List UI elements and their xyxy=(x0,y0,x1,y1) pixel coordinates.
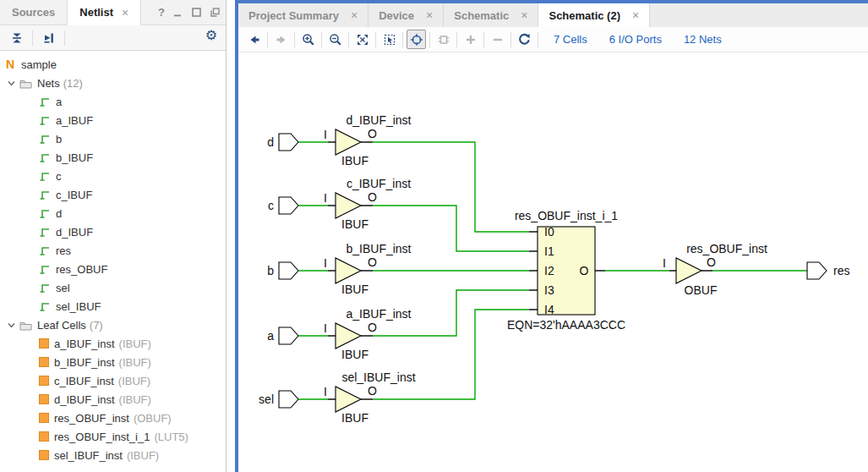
ibuf-triangle[interactable] xyxy=(336,129,361,155)
net-label: c_IBUF xyxy=(56,189,92,201)
back-button[interactable] xyxy=(244,30,264,49)
tree-item-cell-c-ibuf-inst[interactable]: c_IBUF_inst(IBUF) xyxy=(0,371,226,390)
net-icon xyxy=(39,300,51,312)
tree-item-net-sel[interactable]: sel xyxy=(0,278,226,297)
pin-out-label: O xyxy=(368,384,377,398)
tree-item-cell-res-obuf-inst[interactable]: res_OBUF_inst(OBUF) xyxy=(0,409,226,427)
cell-type-label: IBUF xyxy=(341,283,368,296)
ibuf-triangle[interactable] xyxy=(336,258,361,283)
tab-schematic[interactable]: Schematic × xyxy=(444,3,538,27)
close-icon[interactable]: × xyxy=(122,6,128,19)
expand-cone-button[interactable] xyxy=(461,30,480,49)
tree-item-net-b-ibuf[interactable]: b_IBUF xyxy=(0,148,226,167)
close-icon[interactable]: × xyxy=(521,8,527,22)
forward-button[interactable] xyxy=(271,30,291,49)
obuf-triangle[interactable] xyxy=(676,258,701,283)
close-icon[interactable]: × xyxy=(632,8,639,22)
tab-netlist[interactable]: Netlist × xyxy=(67,0,141,25)
tree-item-net-d-ibuf[interactable]: d_IBUF xyxy=(0,222,226,241)
input-port-symbol[interactable] xyxy=(279,197,298,214)
toolbar-separator xyxy=(429,32,430,47)
input-port-symbol[interactable] xyxy=(279,327,298,344)
schematic-drawing[interactable]: d I O d_IBUF_inst IBUF c xyxy=(238,52,868,472)
instance-label: c_IBUF_inst xyxy=(347,177,411,190)
settings-gear-icon[interactable]: ⚙ xyxy=(205,29,217,42)
net-icon xyxy=(39,114,51,126)
tree-item-cell-d-ibuf-inst[interactable]: d_IBUF_inst(IBUF) xyxy=(0,390,226,409)
ibuf-triangle[interactable] xyxy=(336,193,361,218)
tree-group-leaf-cells[interactable]: Leaf Cells (7) xyxy=(0,316,226,334)
chevron-down-icon[interactable] xyxy=(7,79,16,88)
maximize-icon[interactable] xyxy=(191,7,202,18)
lut-pin-label: I1 xyxy=(544,244,554,258)
ibuf-triangle[interactable] xyxy=(336,323,361,349)
zoom-out-button[interactable] xyxy=(325,30,345,49)
ibuf-triangle[interactable] xyxy=(336,387,361,412)
wire-sel-ibuf[interactable] xyxy=(373,310,529,399)
tab-schematic-2[interactable]: Schematic (2) × xyxy=(538,3,650,27)
zoom-fit-button[interactable] xyxy=(352,30,372,49)
tree-item-cell-res-obuf-inst-i-1[interactable]: res_OBUF_inst_i_1(LUT5) xyxy=(0,427,226,446)
cells-count-link[interactable]: 7 Cells xyxy=(554,33,587,46)
autofit-selection-button[interactable] xyxy=(407,30,426,49)
net-icon xyxy=(39,96,51,107)
tree-item-net-c-ibuf[interactable]: c_IBUF xyxy=(0,185,226,204)
scroll-to-selected-button[interactable] xyxy=(39,28,58,47)
tree-item-net-res[interactable]: res xyxy=(0,241,226,260)
tab-device[interactable]: Device × xyxy=(368,3,444,27)
crosshair-target-icon xyxy=(410,33,423,47)
netlist-tree: N sample Nets (12) a a_IBUF b b_IBUF c c… xyxy=(0,51,226,464)
tab-sources[interactable]: Sources xyxy=(0,0,67,25)
zoom-to-selection-button[interactable] xyxy=(379,30,399,49)
netlist-toolbar: ⚙ xyxy=(0,25,226,51)
add-cell-button[interactable] xyxy=(434,30,453,49)
pin-in-label: I xyxy=(324,385,327,398)
lut-pin-label: I4 xyxy=(544,303,554,316)
float-icon[interactable] xyxy=(210,7,221,18)
close-icon[interactable]: × xyxy=(351,8,358,22)
tree-item-net-sel-ibuf[interactable]: sel_IBUF xyxy=(0,297,226,316)
zoom-in-icon xyxy=(302,33,315,47)
tree-item-cell-a-ibuf-inst[interactable]: a_IBUF_inst(IBUF) xyxy=(0,334,226,353)
cell-label: a_IBUF_inst xyxy=(54,338,115,350)
nets-count-link[interactable]: 12 Nets xyxy=(684,33,722,46)
close-icon[interactable]: × xyxy=(426,8,433,22)
net-icon xyxy=(39,263,51,275)
tree-item-net-d[interactable]: d xyxy=(0,204,226,222)
input-port-symbol[interactable] xyxy=(279,262,298,279)
tree-item-cell-sel-ibuf-inst[interactable]: sel_IBUF_inst(IBUF) xyxy=(0,446,226,464)
toolbar-separator xyxy=(321,32,322,47)
tree-item-net-c[interactable]: c xyxy=(0,167,226,185)
tab-project-summary[interactable]: Project Summary × xyxy=(238,3,368,27)
collapse-cone-button[interactable] xyxy=(488,30,507,49)
cell-label: res_OBUF_inst xyxy=(54,412,129,425)
zoom-in-button[interactable] xyxy=(298,30,318,49)
tab-label: Schematic xyxy=(454,9,509,22)
output-port-symbol[interactable] xyxy=(807,262,827,279)
pin-in-label: I xyxy=(324,128,327,141)
input-port-symbol[interactable] xyxy=(279,134,298,151)
collapse-all-button[interactable] xyxy=(7,28,26,47)
cell-label: c_IBUF_inst xyxy=(54,375,114,387)
net-icon xyxy=(39,207,51,219)
port-label: c xyxy=(268,199,274,212)
schematic-canvas[interactable]: d I O d_IBUF_inst IBUF c xyxy=(238,52,868,472)
input-port-symbol[interactable] xyxy=(279,391,298,408)
cell-type: (OBUF) xyxy=(134,412,172,425)
minus-icon xyxy=(491,33,505,47)
tree-item-net-a[interactable]: a xyxy=(0,92,226,111)
tree-item-net-res-obuf[interactable]: res_OBUF xyxy=(0,260,226,278)
tree-group-nets[interactable]: Nets (12) xyxy=(0,74,226,92)
io-ports-count-link[interactable]: 6 I/O Ports xyxy=(609,33,662,46)
help-icon[interactable]: ? xyxy=(158,6,165,19)
tree-root-sample[interactable]: N sample xyxy=(0,55,226,74)
regenerate-button[interactable] xyxy=(515,30,534,49)
minimize-icon[interactable] xyxy=(172,7,183,18)
tree-item-net-b[interactable]: b xyxy=(0,129,226,148)
tree-item-net-a-ibuf[interactable]: a_IBUF xyxy=(0,111,226,129)
port-label: res xyxy=(833,264,849,277)
pin-in-label: I xyxy=(324,321,327,335)
chevron-down-icon[interactable] xyxy=(7,321,16,330)
tree-item-cell-b-ibuf-inst[interactable]: b_IBUF_inst(IBUF) xyxy=(0,353,226,371)
port-label: b xyxy=(267,264,274,277)
